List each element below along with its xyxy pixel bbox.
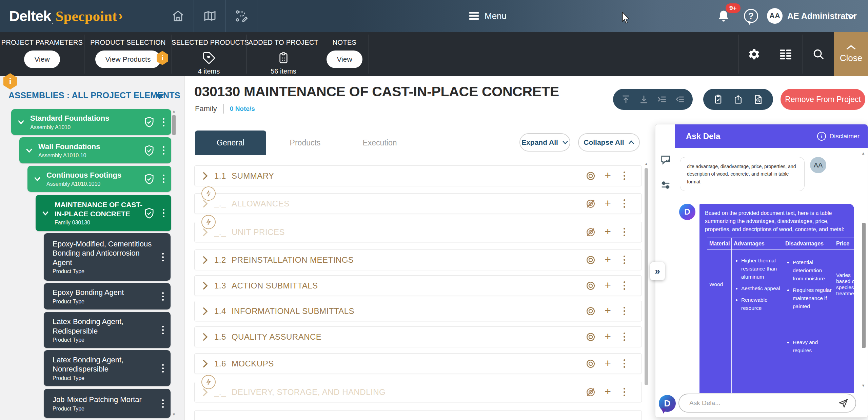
chevron-down-icon[interactable]	[17, 118, 30, 126]
add-icon[interactable]: +	[605, 331, 611, 342]
visibility-off-icon[interactable]	[586, 387, 596, 397]
visibility-off-icon[interactable]	[586, 199, 596, 209]
add-icon[interactable]: +	[605, 170, 611, 181]
scrollbar-thumb[interactable]	[172, 115, 176, 135]
kebab-menu-icon[interactable]	[159, 118, 168, 126]
tree-item-job-mixed-patching-mortar[interactable]: Job-Mixed Patching Mortar Product Type	[44, 389, 171, 418]
collapse-all-button[interactable]: Collapse All	[578, 133, 640, 152]
kebab-menu-icon[interactable]	[620, 199, 629, 208]
kebab-menu-icon[interactable]	[620, 359, 629, 368]
scroll-down-icon[interactable]: ▼	[172, 413, 176, 416]
ask-dela-input[interactable]	[689, 399, 838, 407]
add-icon[interactable]: +	[605, 305, 611, 316]
chat-check-icon[interactable]	[660, 154, 671, 166]
add-icon[interactable]: +	[605, 198, 611, 208]
tab-general[interactable]: General	[195, 131, 266, 155]
scrollbar-thumb[interactable]	[645, 168, 648, 385]
chevron-right-icon[interactable]	[202, 281, 208, 290]
kebab-menu-icon[interactable]	[620, 333, 629, 341]
menu-button[interactable]: Menu	[469, 0, 507, 32]
content-scrollbar[interactable]: ▲	[644, 162, 649, 420]
project-parameters-view-button[interactable]: View	[24, 51, 60, 68]
scroll-up-icon[interactable]: ▲	[861, 152, 866, 155]
tree-item-epoxy-modified-agent[interactable]: Epoxy-Modified, Cementitious Bonding and…	[44, 233, 171, 281]
chevron-right-icon[interactable]	[202, 359, 208, 368]
tab-products[interactable]: Products	[281, 131, 329, 155]
home-button[interactable]	[162, 0, 194, 32]
send-icon[interactable]	[838, 398, 849, 408]
add-icon[interactable]: +	[605, 226, 611, 237]
added-to-project-section[interactable]: ADDED TO PROJECT 56 items	[246, 32, 321, 76]
chevron-down-icon[interactable]	[33, 175, 46, 183]
search-button[interactable]	[803, 32, 834, 76]
section-row-informational-submittals[interactable]: 1.4 INFORMATIONAL SUBMITTALS +	[194, 301, 642, 321]
tree-item-standard-foundations[interactable]: Standard Foundations Assembly A1010	[11, 109, 171, 135]
section-row-action-submittals[interactable]: 1.3 ACTION SUBMITTALS +	[194, 275, 642, 296]
tree-item-maintenance-family[interactable]: MAINTENANCE OF CAST-IN-PLACE CONCRETE Fa…	[36, 195, 171, 231]
sidebar-scrollbar[interactable]: ▲ ▼	[172, 109, 176, 416]
expand-all-button[interactable]: Expand All	[519, 133, 570, 152]
kebab-menu-icon[interactable]	[620, 172, 629, 180]
section-row-quality-assurance[interactable]: 1.5 QUALITY ASSURANCE +	[194, 326, 642, 347]
tab-execution[interactable]: Execution	[354, 131, 405, 155]
chevron-down-icon[interactable]	[41, 209, 55, 218]
kebab-menu-icon[interactable]	[158, 364, 167, 373]
section-row-mockups[interactable]: 1.6 MOCKUPS +	[194, 353, 642, 374]
list-view-button[interactable]	[770, 32, 801, 76]
kebab-menu-icon[interactable]	[159, 146, 168, 155]
kebab-menu-icon[interactable]	[620, 307, 629, 315]
kebab-menu-icon[interactable]	[159, 209, 168, 217]
visibility-icon[interactable]	[586, 359, 596, 369]
kebab-menu-icon[interactable]	[620, 228, 629, 236]
chevron-right-icon[interactable]	[202, 333, 208, 341]
kebab-menu-icon[interactable]	[620, 256, 629, 264]
visibility-icon[interactable]	[586, 306, 596, 316]
kebab-menu-icon[interactable]	[620, 281, 629, 290]
kebab-menu-icon[interactable]	[158, 326, 167, 334]
tree-item-epoxy-bonding-agent[interactable]: Epoxy Bonding Agent Product Type	[44, 283, 171, 309]
selected-products-section[interactable]: SELECTED PRODUCTS 4 items	[172, 32, 246, 76]
kebab-menu-icon[interactable]	[158, 292, 167, 301]
map-button[interactable]	[194, 0, 225, 32]
kebab-menu-icon[interactable]	[159, 175, 168, 183]
disclaimer-button[interactable]: i Disclaimer	[817, 132, 860, 141]
sliders-icon[interactable]	[660, 179, 671, 191]
add-icon[interactable]: +	[605, 254, 611, 265]
outdent-icon[interactable]	[675, 94, 685, 104]
kebab-menu-icon[interactable]	[158, 399, 167, 408]
add-icon[interactable]: +	[605, 358, 611, 368]
section-row-partial[interactable]	[194, 410, 642, 420]
lightning-badge[interactable]	[201, 375, 216, 389]
settings-button[interactable]	[738, 32, 770, 76]
section-row-summary[interactable]: 1.1 SUMMARY +	[194, 165, 642, 186]
tree-item-latex-redispersible[interactable]: Latex Bonding Agent, Redispersible Produ…	[44, 312, 171, 348]
chevron-right-icon[interactable]	[202, 307, 208, 316]
move-to-top-icon[interactable]	[621, 94, 631, 104]
chevron-down-icon[interactable]	[25, 146, 38, 155]
assemblies-dropdown-icon[interactable]	[155, 94, 164, 99]
visibility-off-icon[interactable]	[586, 227, 596, 237]
export-icon[interactable]	[733, 94, 743, 105]
add-icon[interactable]: +	[605, 280, 611, 291]
user-menu-chevron-icon[interactable]	[846, 13, 856, 20]
remove-from-project-button[interactable]: Remove From Project	[781, 89, 865, 110]
lightning-badge[interactable]	[201, 186, 216, 201]
chevron-right-icon[interactable]	[202, 172, 208, 180]
document-search-icon[interactable]	[753, 94, 763, 105]
indent-icon[interactable]	[657, 94, 667, 104]
add-icon[interactable]: +	[605, 386, 611, 397]
visibility-icon[interactable]	[586, 281, 596, 291]
move-to-bottom-icon[interactable]	[639, 94, 649, 104]
section-row-preinstallation-meetings[interactable]: 1.2 PREINSTALLATION MEETINGS +	[194, 249, 642, 270]
section-row-allowances[interactable]: _._ ALLOWANCES +	[194, 193, 642, 214]
visibility-icon[interactable]	[586, 255, 596, 265]
scroll-down-icon[interactable]: ▼	[861, 384, 866, 387]
close-button[interactable]: Close	[834, 32, 868, 76]
tree-item-continuous-footings[interactable]: Continuous Footings Assembly A1010.1010	[27, 166, 171, 192]
route-edit-button[interactable]	[225, 0, 257, 32]
clipboard-check-icon[interactable]	[713, 94, 723, 105]
tree-item-wall-foundations[interactable]: Wall Foundations Assembly A1010.10	[19, 137, 171, 163]
view-products-button[interactable]: View Products	[95, 51, 161, 68]
chevron-right-icon[interactable]	[202, 256, 208, 264]
section-row-delivery-storage-handling[interactable]: _._ DELIVERY, STORAGE, AND HANDLING +	[194, 382, 642, 402]
